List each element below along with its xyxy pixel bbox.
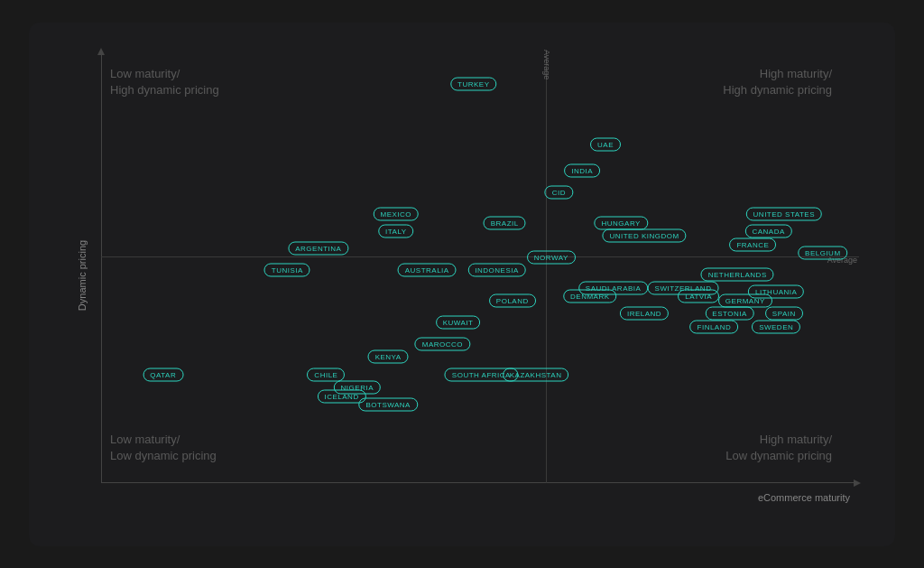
y-axis-arrow [97, 48, 105, 55]
country-tag: LATVIA [678, 290, 719, 303]
country-tag: DENMARK [563, 290, 617, 303]
y-axis [101, 50, 102, 483]
country-tag: MAROCCO [415, 337, 470, 350]
country-tag: FRANCE [729, 237, 776, 251]
quadrant-bottom-left: Low maturity/ Low dynamic pricing [110, 432, 217, 464]
country-tag: INDIA [564, 163, 600, 177]
country-tag: IRELAND [620, 307, 669, 321]
country-tag: POLAND [489, 293, 536, 307]
country-tag: FINLAND [690, 320, 739, 333]
country-tag: HUNGARY [595, 216, 648, 229]
country-tag: KENYA [368, 350, 409, 364]
chart-container: Dynamic pricing Average Average eCommerc… [29, 23, 895, 546]
country-tag: UNITED KINGDOM [602, 228, 686, 242]
country-tag: BRAZIL [484, 216, 526, 229]
country-tag: CANADA [744, 225, 791, 238]
country-tag: AUSTRALIA [398, 264, 457, 277]
quadrant-top-right: High maturity/ High dynamic pricing [723, 66, 832, 98]
country-tag: BELGIUM [798, 247, 848, 260]
divider-horizontal [101, 256, 859, 257]
country-tag: TURKEY [450, 77, 496, 90]
country-tag: SWEDEN [752, 320, 800, 333]
country-tag: KUWAIT [436, 315, 481, 329]
country-tag: INDONESIA [467, 264, 526, 277]
country-tag: ESTONIA [705, 307, 753, 321]
country-tag: ITALY [378, 225, 414, 238]
country-tag: ARGENTINA [288, 242, 348, 256]
country-tag: UNITED STATES [746, 207, 822, 220]
axis-y-label: Dynamic pricing [77, 239, 88, 310]
country-tag: SPAIN [765, 307, 803, 321]
country-tag: NORWAY [527, 250, 576, 264]
chart-area: Dynamic pricing Average Average eCommerc… [74, 41, 868, 510]
axis-x-label: eCommerce maturity [758, 492, 850, 503]
country-tag: CHILE [307, 368, 345, 381]
x-axis [101, 482, 859, 483]
country-tag: GERMANY [718, 293, 772, 307]
country-tag: NETHERLANDS [701, 268, 774, 282]
country-tag: TUNISIA [264, 264, 310, 277]
country-tag: MEXICO [374, 207, 420, 220]
x-axis-arrow [854, 480, 861, 487]
country-tag: UAE [590, 138, 621, 152]
quadrant-bottom-right: High maturity/ Low dynamic pricing [725, 432, 832, 464]
country-tag: CID [545, 185, 573, 199]
quadrant-top-left: Low maturity/ High dynamic pricing [110, 66, 219, 98]
country-tag: QATAR [143, 368, 183, 381]
country-tag: BOTSWANA [358, 398, 417, 412]
country-tag: KAZAKHSTAN [503, 368, 569, 381]
divider-vertical [546, 50, 547, 483]
average-label-vertical: Average [542, 50, 551, 79]
